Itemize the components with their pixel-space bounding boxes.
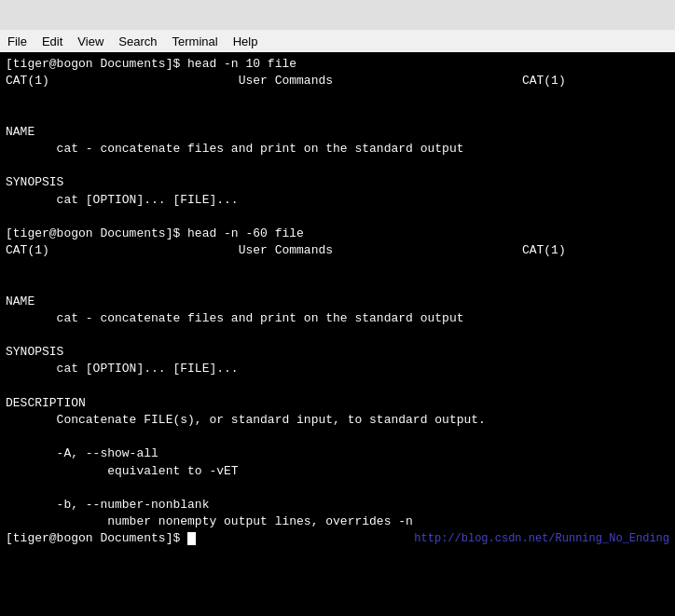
menu-view[interactable]: View [70, 33, 111, 50]
minimize-button[interactable] [546, 0, 589, 30]
menu-terminal[interactable]: Terminal [165, 33, 226, 50]
menu-edit[interactable]: Edit [34, 33, 70, 50]
menu-search[interactable]: Search [111, 33, 164, 50]
window-controls [546, 0, 675, 30]
terminal-window: File Edit View Search Terminal Help [tig… [0, 0, 675, 616]
menu-bar: File Edit View Search Terminal Help [0, 30, 675, 52]
close-button[interactable] [632, 0, 675, 30]
maximize-button[interactable] [589, 0, 632, 30]
menu-file[interactable]: File [0, 33, 34, 50]
terminal-output[interactable]: [tiger@bogon Documents]$ head -n 10 file… [0, 52, 675, 616]
title-bar [0, 0, 675, 30]
menu-help[interactable]: Help [226, 33, 266, 50]
status-url: http://blog.csdn.net/Running_No_Ending [414, 531, 669, 547]
terminal-cursor [187, 532, 196, 545]
terminal-prompt: [tiger@bogon Documents]$ [6, 531, 187, 545]
